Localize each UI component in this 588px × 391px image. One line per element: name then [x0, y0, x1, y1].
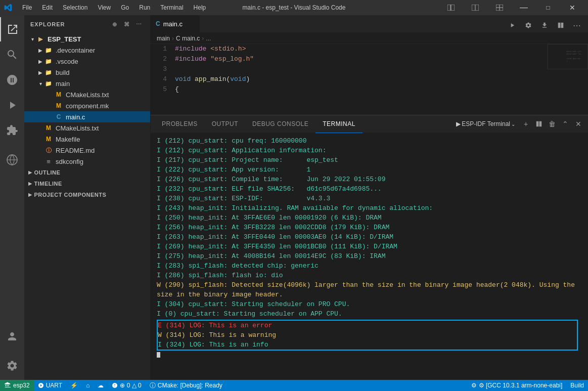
monitor-icon: ⌂ — [86, 382, 89, 389]
tab-label: main.c — [163, 20, 183, 28]
sidebar-title: EXPLORER — [30, 21, 65, 27]
breadcrumb-sep-icon: › — [172, 35, 174, 42]
section-outline[interactable]: ▶ OUTLINE — [24, 167, 150, 178]
mk-file-icon: M — [44, 135, 53, 143]
sidebar-header-actions[interactable]: ⊕ ⌘ ⋯ — [110, 19, 144, 29]
split-editor-icon[interactable] — [554, 18, 568, 32]
spacer — [47, 113, 55, 121]
activity-source-control[interactable] — [0, 68, 24, 92]
activity-search[interactable] — [0, 42, 24, 67]
menu-help[interactable]: Help — [190, 3, 210, 12]
tree-main-mainc[interactable]: C main.c — [24, 111, 150, 122]
statusbar-cloud[interactable]: ☁ — [94, 380, 108, 391]
activity-extensions[interactable] — [0, 118, 24, 143]
maximize-button[interactable]: □ — [536, 0, 560, 15]
tree-main[interactable]: ▾ 📁 main — [24, 78, 150, 89]
activity-remote[interactable] — [0, 148, 24, 172]
menu-run[interactable]: Run — [135, 3, 154, 12]
statusbar-remote[interactable]: esp32 — [0, 380, 34, 391]
minimize-button[interactable]: — — [512, 0, 535, 15]
section-timeline[interactable]: ▶ TIMELINE — [24, 178, 150, 189]
menu-file[interactable]: File — [18, 3, 36, 12]
panel-layout-icon[interactable] — [439, 0, 463, 15]
download-icon[interactable] — [537, 18, 552, 32]
trash-icon[interactable]: 🗑 — [547, 118, 558, 129]
tab-main-c[interactable]: C main.c ✕ — [151, 15, 200, 32]
more-icon[interactable]: ⋯ — [570, 18, 584, 32]
menu-edit[interactable]: Edit — [38, 3, 57, 12]
statusbar-uart[interactable]: UART — [34, 380, 66, 391]
tab-bar-actions[interactable]: ⋯ — [505, 18, 588, 32]
tree-vscode[interactable]: ▶ 📁 .vscode — [24, 56, 150, 67]
statusbar-cmake[interactable]: ⓘ CMake: [Debug]: Ready — [146, 380, 227, 391]
grid-layout-icon[interactable] — [488, 0, 511, 15]
run-code-icon[interactable] — [505, 18, 519, 32]
tree-build[interactable]: ▶ 📁 build — [24, 67, 150, 78]
terminal-dropdown-icon[interactable]: ⌄ — [511, 121, 515, 127]
statusbar-remote-text: esp32 — [13, 382, 30, 389]
statusbar-flash[interactable]: ⚡ — [66, 380, 82, 391]
terminal-line: I (238) cpu_start: ESP-IDF: v4.3.3 — [157, 194, 582, 203]
statusbar-build[interactable]: Build — [566, 380, 588, 391]
statusbar-errors-text: ⊕ 0 △ 0 — [120, 382, 141, 389]
terminal-content[interactable]: I (212) cpu_start: cpu freq: 160000000 I… — [151, 133, 588, 358]
close-panel-icon[interactable]: ✕ — [573, 118, 584, 129]
expand-arrow-icon: ▶ — [36, 46, 44, 54]
statusbar-gcc-text: ⚙ [GCC 10.3.1 arm-none-eabi] — [479, 382, 563, 389]
terminal-line: I (212) cpu_start: cpu freq: 160000000 — [157, 136, 582, 146]
folder-icon: 📁 — [44, 79, 53, 88]
tab-problems[interactable]: PROBLEMS — [155, 115, 205, 133]
activity-explorer[interactable] — [0, 17, 24, 41]
activity-settings[interactable] — [0, 354, 24, 378]
menu-go[interactable]: Go — [117, 3, 133, 12]
settings-gear-icon[interactable] — [521, 18, 535, 32]
terminal-line: I (232) cpu_start: ELF file SHA256: d61c… — [157, 184, 582, 194]
editor-layout-icon[interactable] — [464, 0, 487, 15]
editor-area: C main.c ✕ ⋯ main — [151, 15, 588, 380]
titlebar-menu[interactable]: File Edit Selection View Go Run Terminal… — [18, 3, 210, 12]
activity-run-debug[interactable] — [0, 93, 24, 117]
tree-root-esp-test[interactable]: ▾ ▶ ESP_TEST — [24, 33, 150, 45]
more-actions-icon[interactable]: ⋯ — [134, 19, 144, 29]
menu-terminal[interactable]: Terminal — [156, 3, 187, 12]
tab-terminal[interactable]: TERMINAL — [315, 115, 363, 133]
tree-main-cmakelists[interactable]: M CMakeLists.txt — [24, 89, 150, 100]
breadcrumb-file[interactable]: C main.c — [176, 35, 200, 42]
tree-root-cmakelists[interactable]: M CMakeLists.txt — [24, 122, 150, 134]
terminal-line: I (263) heap_init: At 3FFE0440 len 00003… — [157, 232, 582, 242]
tab-output[interactable]: OUTPUT — [205, 115, 245, 133]
spacer — [36, 124, 44, 132]
mk-file-icon: M — [55, 102, 63, 110]
menu-selection[interactable]: Selection — [59, 3, 92, 12]
tree-makefile[interactable]: M Makefile — [24, 134, 150, 145]
panel-tabs-actions[interactable]: ▶ ESP-IDF Terminal ⌄ + 🗑 ⌃ ✕ — [453, 118, 584, 129]
breadcrumb-folder[interactable]: main — [157, 35, 170, 42]
chevron-up-icon[interactable]: ⌃ — [560, 118, 571, 129]
tree-devcontainer[interactable]: ▶ 📁 .devcontainer — [24, 45, 150, 56]
new-folder-icon[interactable]: ⌘ — [122, 19, 132, 29]
new-file-icon[interactable]: ⊕ — [110, 19, 120, 29]
line-number: 2 — [151, 54, 167, 64]
split-terminal-icon[interactable] — [533, 118, 545, 129]
statusbar-monitor[interactable]: ⌂ — [82, 380, 94, 391]
tab-debug-console[interactable]: DEBUG CONSOLE — [245, 115, 315, 133]
expand-arrow-icon: ▶ — [36, 68, 44, 76]
expand-arrow-icon: ▾ — [28, 35, 36, 43]
window-controls[interactable]: — □ ✕ — [439, 0, 584, 15]
section-project-components[interactable]: ▶ PROJECT COMPONENTS — [24, 189, 150, 200]
tree-main-componentmk[interactable]: M component.mk — [24, 100, 150, 111]
tree-sdkconfig[interactable]: ≡ sdkconfig — [24, 156, 150, 167]
code-content[interactable]: #include <stdio.h> #include "esp_log.h" … — [171, 44, 548, 115]
statusbar-errors[interactable]: ⊕ 0 △ 0 — [108, 380, 145, 391]
activity-accounts[interactable] — [0, 324, 24, 349]
statusbar-build-text: Build — [570, 382, 584, 389]
close-button[interactable]: ✕ — [561, 0, 584, 15]
statusbar-gcc[interactable]: ⚙ ⚙ [GCC 10.3.1 arm-none-eabi] — [467, 380, 567, 391]
spacer — [36, 135, 44, 143]
breadcrumb-symbol[interactable]: ... — [206, 35, 211, 42]
tree-readme[interactable]: ⓘ README.md — [24, 145, 150, 156]
terminal-line: I (0) cpu_start: Starting scheduler on A… — [157, 309, 582, 319]
section-arrow-icon: ▶ — [28, 170, 32, 175]
add-terminal-icon[interactable]: + — [520, 118, 531, 129]
menu-view[interactable]: View — [94, 3, 115, 12]
